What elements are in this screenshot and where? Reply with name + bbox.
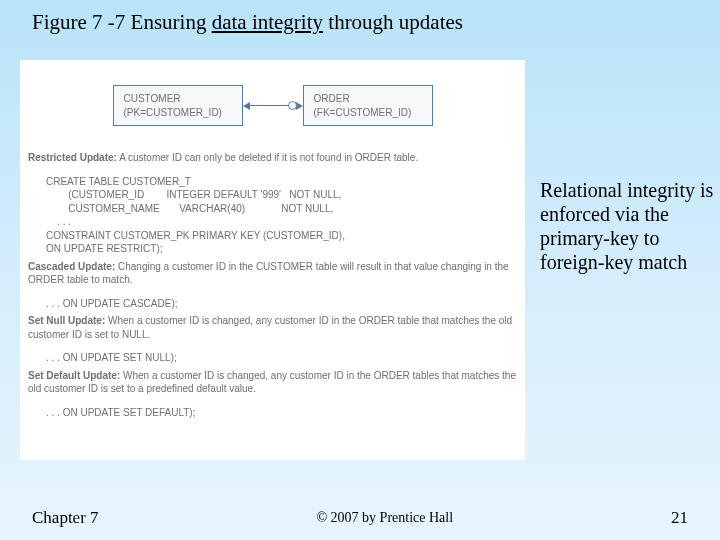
er-diagram: CUSTOMER (PK=CUSTOMER_ID) ORDER (FK=CUST… [28, 85, 517, 126]
cascaded-update-section: Cascaded Update: Changing a customer ID … [28, 260, 517, 287]
setdefault-title: Set Default Update: [28, 370, 120, 381]
restricted-title: Restricted Update: [28, 152, 117, 163]
title-part-b: through updates [323, 10, 463, 34]
title-underlined: data integrity [212, 10, 323, 34]
customer-entity-name: CUSTOMER [124, 92, 232, 106]
title-part-a: Figure 7 -7 Ensuring [32, 10, 212, 34]
relationship-arrow [243, 102, 303, 110]
side-annotation: Relational integrity is enforced via the… [540, 178, 718, 274]
setnull-update-section: Set Null Update: When a customer ID is c… [28, 314, 517, 341]
sql-create-block: CREATE TABLE CUSTOMER_T (CUSTOMER_ID INT… [46, 175, 517, 256]
setnull-title: Set Null Update: [28, 315, 105, 326]
cascaded-title: Cascaded Update: [28, 261, 115, 272]
copyright-label: © 2007 by Prentice Hall [316, 510, 453, 530]
order-entity-box: ORDER (FK=CUSTOMER_ID) [303, 85, 433, 126]
order-entity-name: ORDER [314, 92, 422, 106]
arrow-right-icon [296, 102, 303, 110]
customer-entity-pk: (PK=CUSTOMER_ID) [124, 106, 232, 120]
content-panel: CUSTOMER (PK=CUSTOMER_ID) ORDER (FK=CUST… [20, 60, 525, 460]
arrow-left-icon [243, 102, 250, 110]
order-entity-fk: (FK=CUSTOMER_ID) [314, 106, 422, 120]
arrow-line [250, 105, 296, 106]
chapter-label: Chapter 7 [32, 508, 99, 528]
setdefault-update-section: Set Default Update: When a customer ID i… [28, 369, 517, 396]
sql-cascade-block: . . . ON UPDATE CASCADE); [46, 297, 517, 311]
arrow-circle-icon [288, 101, 297, 110]
sql-setnull-block: . . . ON UPDATE SET NULL); [46, 351, 517, 365]
customer-entity-box: CUSTOMER (PK=CUSTOMER_ID) [113, 85, 243, 126]
slide-footer: Chapter 7 © 2007 by Prentice Hall 21 [0, 508, 720, 528]
page-number: 21 [671, 508, 688, 528]
sql-setdefault-block: . . . ON UPDATE SET DEFAULT); [46, 406, 517, 420]
restricted-update-section: Restricted Update: A customer ID can onl… [28, 151, 517, 165]
restricted-desc: A customer ID can only be deleted if it … [117, 152, 418, 163]
slide-title: Figure 7 -7 Ensuring data integrity thro… [32, 10, 463, 35]
